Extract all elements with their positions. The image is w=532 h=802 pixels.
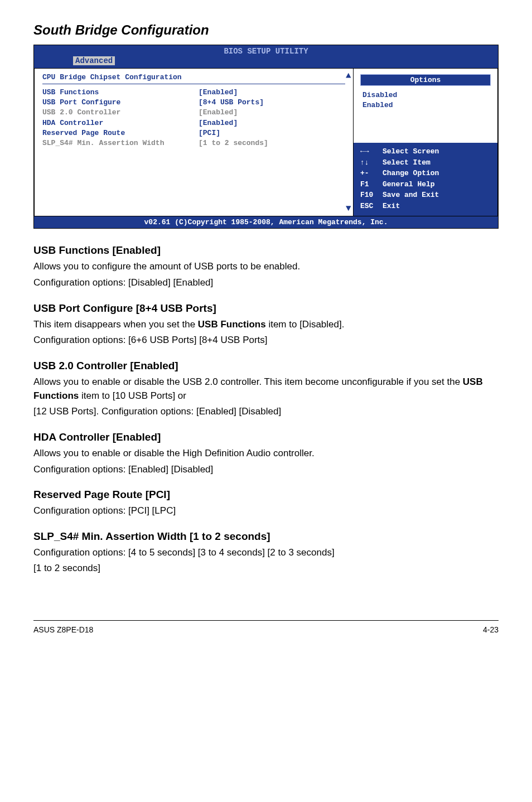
help-key: ESC — [360, 201, 383, 212]
usb-functions-text2: Configuration options: [Disabled] [Enabl… — [33, 276, 499, 290]
bios-setting-row[interactable]: SLP_S4# Min. Assertion Width[1 to 2 seco… — [42, 138, 345, 148]
reserved-page-route-title: Reserved Page Route [PCI] — [33, 489, 499, 501]
bios-help-panel: ←→Select Screen↑↓Select Item+-Change Opt… — [354, 143, 497, 216]
page-footer: ASUS Z8PE-D18 4-23 — [33, 620, 499, 634]
footer-left: ASUS Z8PE-D18 — [33, 625, 93, 634]
usb-functions-title: USB Functions [Enabled] — [33, 244, 499, 257]
text-suffix: item to [10 USB Ports] or — [79, 390, 186, 401]
bios-setting-label: USB Port Configure — [42, 98, 199, 108]
help-text: Exit — [383, 201, 400, 212]
bios-setting-label: USB Functions — [42, 88, 199, 98]
bios-setting-label: Reserved Page Route — [42, 128, 199, 138]
usb-20-controller-title: USB 2.0 Controller [Enabled] — [33, 360, 499, 372]
scroll-down-icon[interactable]: ▼ — [346, 204, 351, 214]
usb-functions-bold: USB Functions — [198, 319, 266, 330]
bios-setting-label: HDA Controller — [42, 118, 199, 128]
bios-panel-title: CPU Bridge Chipset Configuration — [42, 73, 345, 84]
bios-setting-value: [1 to 2 seconds] — [199, 138, 345, 148]
hda-controller-text2: Configuration options: [Enabled] [Disabl… — [33, 463, 499, 477]
help-row: ←→Select Screen — [360, 146, 491, 157]
bios-setting-value: [8+4 USB Ports] — [199, 98, 345, 108]
bios-setting-row[interactable]: USB Functions[Enabled] — [42, 88, 345, 98]
bios-setting-value: [Enabled] — [199, 88, 345, 98]
scroll-up-icon[interactable]: ▲ — [346, 71, 351, 81]
usb-port-configure-text2: Configuration options: [6+6 USB Ports] [… — [33, 334, 499, 347]
bios-setting-label: USB 2.0 Controller — [42, 108, 199, 118]
options-list: DisabledEnabled — [354, 89, 497, 115]
hda-controller-title: HDA Controller [Enabled] — [33, 431, 499, 443]
help-key: +- — [360, 168, 383, 179]
help-key: F10 — [360, 190, 383, 201]
bios-right-panel: ▲ ▼ Options DisabledEnabled ←→Select Scr… — [353, 68, 498, 216]
help-row: +-Change Option — [360, 168, 491, 179]
option-item[interactable]: Disabled — [362, 90, 489, 100]
help-row: F1General Help — [360, 179, 491, 190]
help-text: Save and Exit — [383, 190, 439, 201]
bios-header-title: BIOS SETUP UTILITY — [34, 45, 498, 56]
bios-setting-value: [Enabled] — [199, 108, 345, 118]
bios-setting-row[interactable]: USB Port Configure[8+4 USB Ports] — [42, 98, 345, 108]
usb-port-configure-title: USB Port Configure [8+4 USB Ports] — [33, 302, 499, 315]
bios-setting-value: [Enabled] — [199, 118, 345, 128]
usb-20-controller-text1: Allows you to enable or disable the USB … — [33, 375, 499, 403]
help-key: ↑↓ — [360, 157, 383, 168]
text-suffix: item to [Disabled]. — [266, 319, 345, 330]
usb-functions-text1: Allows you to configure the amount of US… — [33, 260, 499, 274]
help-text: Select Item — [383, 157, 431, 168]
hda-controller-text1: Allows you to enable or disable the High… — [33, 447, 499, 461]
help-row: ↑↓Select Item — [360, 157, 491, 168]
bios-setting-value: [PCI] — [199, 128, 345, 138]
bios-setting-row[interactable]: Reserved Page Route[PCI] — [42, 128, 345, 138]
slp-s4-title: SLP_S4# Min. Assertion Width [1 to 2 sec… — [33, 530, 499, 543]
text-prefix: This item disappears when you set the — [33, 319, 198, 330]
usb-20-controller-text2: [12 USB Ports]. Configuration options: [… — [33, 405, 499, 419]
slp-s4-text1: Configuration options: [4 to 5 seconds] … — [33, 546, 499, 560]
help-text: General Help — [383, 179, 435, 190]
tab-advanced[interactable]: Advanced — [73, 56, 115, 65]
text-prefix: Allows you to enable or disable the USB … — [33, 376, 463, 387]
footer-right: 4-23 — [483, 625, 499, 634]
bios-setup-utility: BIOS SETUP UTILITY Advanced CPU Bridge C… — [33, 45, 499, 229]
options-title: Options — [360, 74, 491, 86]
bios-setting-row[interactable]: USB 2.0 Controller[Enabled] — [42, 108, 345, 118]
bios-footer: v02.61 (C)Copyright 1985-2008, American … — [34, 216, 498, 228]
help-key: F1 — [360, 179, 383, 190]
usb-port-configure-text1: This item disappears when you set the US… — [33, 318, 499, 332]
help-key: ←→ — [360, 146, 383, 157]
bios-setting-label: SLP_S4# Min. Assertion Width — [42, 138, 199, 148]
bios-setting-row[interactable]: HDA Controller[Enabled] — [42, 118, 345, 128]
help-text: Change Option — [383, 168, 439, 179]
help-text: Select Screen — [383, 146, 439, 157]
reserved-page-route-text1: Configuration options: [PCI] [LPC] — [33, 504, 499, 518]
option-item[interactable]: Enabled — [362, 100, 489, 110]
bios-tabs: Advanced — [34, 56, 498, 68]
help-row: F10Save and Exit — [360, 190, 491, 201]
section-title: South Bridge Configuration — [33, 22, 499, 38]
bios-left-panel: CPU Bridge Chipset Configuration USB Fun… — [34, 68, 353, 216]
slp-s4-text2: [1 to 2 seconds] — [33, 562, 499, 576]
help-row: ESCExit — [360, 201, 491, 212]
